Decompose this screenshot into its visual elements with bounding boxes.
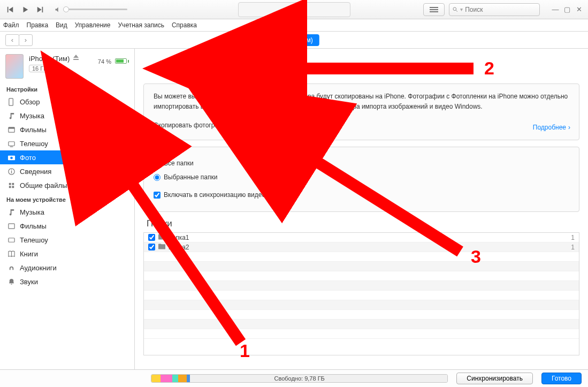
app-menu-bar: Файл Правка Вид Управление Учетная запис… (0, 19, 588, 32)
menu-file[interactable]: Файл (3, 21, 19, 29)
sidebar-item-photos[interactable]: Фото (0, 150, 134, 164)
folders-table: папка11 папка21 (143, 232, 579, 355)
apple-logo-icon (290, 5, 299, 14)
learn-more-link[interactable]: Подробнее› (533, 123, 570, 133)
device-breadcrumb[interactable]: iPhone (Тим) (269, 34, 319, 46)
sync-description-box: Вы можете выбрать, какие фотографии с ко… (143, 84, 579, 140)
player-toolbar: ▾ — ▢ ✕ (0, 0, 588, 19)
option-include-video[interactable]: Включать в синхронизацию видео (154, 190, 569, 200)
folder-row[interactable]: папка21 (144, 242, 579, 252)
search-icon (453, 6, 458, 13)
folder-icon (158, 244, 165, 251)
folder-icon (158, 234, 165, 241)
svg-rect-2 (430, 11, 438, 12)
nav-strip: ‹ › iPhone (Тим) (0, 32, 588, 49)
device-thumbnail (5, 54, 24, 79)
device-capacity: 16 ГБ (29, 65, 50, 72)
forward-button[interactable]: › (19, 34, 33, 46)
option-all-folders[interactable]: Все папки (154, 158, 569, 169)
svg-rect-13 (11, 171, 12, 173)
folders-heading: Папки (147, 218, 588, 229)
device-name: iPhone (Тим) (29, 55, 70, 63)
svg-line-4 (456, 10, 457, 12)
footer-bar: Свободно: 9,78 ГБ Синхронизировать Готов… (0, 369, 588, 387)
sidebar-item-overview[interactable]: Обзор (0, 95, 134, 109)
sidebar-item-tvshows[interactable]: Телешоу (0, 136, 134, 150)
sync-button[interactable]: Синхронизировать (456, 373, 533, 384)
svg-rect-0 (430, 7, 438, 8)
sidebar-item-info[interactable]: Сведения (0, 164, 134, 178)
sync-checkbox[interactable] (156, 65, 164, 73)
svg-rect-5 (9, 98, 13, 105)
svg-rect-7 (9, 127, 14, 128)
svg-rect-15 (9, 183, 11, 185)
svg-point-3 (453, 7, 456, 10)
list-icon (430, 6, 438, 13)
search-input[interactable] (465, 6, 536, 13)
eject-button[interactable] (73, 54, 81, 63)
minimize-button[interactable]: — (551, 5, 560, 13)
folder-row[interactable]: папка11 (144, 233, 579, 242)
ondevice-tvshows[interactable]: Телешоу (0, 233, 134, 247)
ondevice-tones[interactable]: Звуки (0, 275, 134, 289)
prev-track-button[interactable] (4, 4, 16, 16)
device-header: iPhone (Тим) 16 ГБ 74 % (0, 49, 134, 82)
ondevice-movies[interactable]: Фильмы (0, 219, 134, 233)
volume-slider[interactable] (55, 6, 127, 13)
chevron-right-icon: › (568, 123, 570, 133)
play-button[interactable] (19, 4, 31, 16)
menu-help[interactable]: Справка (172, 21, 197, 29)
svg-rect-17 (9, 186, 11, 188)
sidebar-item-music[interactable]: Музыка (0, 109, 134, 123)
svg-rect-16 (12, 183, 14, 185)
maximize-button[interactable]: ▢ (562, 5, 572, 13)
sidebar-item-movies[interactable]: Фильмы (0, 123, 134, 136)
sidebar: iPhone (Тим) 16 ГБ 74 % Настройки Обзор … (0, 49, 135, 369)
copy-from-select[interactable]: iphone⇅ (246, 119, 278, 132)
sync-description: Вы можете выбрать, какие фотографии с ко… (154, 92, 569, 112)
ondevice-books[interactable]: Книги (0, 247, 134, 261)
search-field[interactable]: ▾ (449, 3, 540, 16)
speaker-icon (55, 6, 61, 13)
folder-checkbox[interactable] (148, 244, 155, 251)
svg-rect-18 (12, 186, 14, 188)
group-settings-title: Настройки (0, 82, 134, 95)
sidebar-item-file-sharing[interactable]: Общие файлы (0, 178, 134, 192)
done-button[interactable]: Готово (541, 373, 582, 384)
menu-account[interactable]: Учетная запись (118, 21, 164, 29)
group-ondevice-title: На моем устройстве (0, 192, 134, 205)
photo-count: Фото: 2 (283, 122, 305, 129)
svg-rect-14 (11, 169, 12, 170)
menu-controls[interactable]: Управление (75, 21, 111, 29)
copy-from-label: Скопировать фотографии из: (154, 122, 241, 129)
folder-checkbox[interactable] (148, 234, 155, 241)
sync-options-box: Все папки Выбранные папки Включать в син… (143, 147, 579, 213)
svg-rect-8 (9, 141, 14, 146)
svg-rect-1 (430, 9, 438, 10)
ondevice-audiobooks[interactable]: Аудиокниги (0, 261, 134, 275)
chevron-updown-icon: ⇅ (271, 123, 276, 128)
svg-rect-20 (9, 238, 14, 242)
window-controls: — ▢ ✕ (551, 5, 584, 13)
back-button[interactable]: ‹ (5, 34, 19, 46)
device-battery: 74 % (98, 58, 129, 79)
option-selected-folders[interactable]: Выбранные папки (154, 172, 569, 183)
svg-point-11 (10, 156, 13, 159)
ondevice-music[interactable]: Музыка (0, 205, 134, 219)
menu-edit[interactable]: Правка (27, 21, 49, 29)
menu-view[interactable]: Вид (56, 21, 67, 29)
list-view-button[interactable] (423, 3, 445, 16)
capacity-bar: Свободно: 9,78 ГБ (151, 374, 448, 383)
now-playing-lcd (238, 2, 350, 17)
svg-rect-19 (9, 223, 14, 228)
content-panel: Синхронизировать Вы можете выбрать, каки… (135, 49, 588, 369)
close-button[interactable]: ✕ (574, 5, 584, 13)
capacity-free-label: Свободно: 9,78 ГБ (274, 375, 324, 382)
next-track-button[interactable] (34, 4, 46, 16)
panel-title: Синхронизировать (169, 62, 277, 76)
